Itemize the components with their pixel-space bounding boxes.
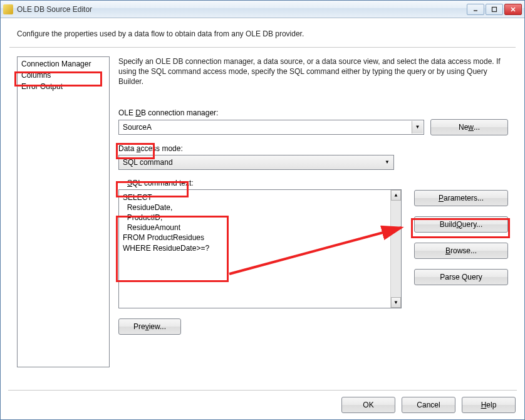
app-icon [3,4,13,14]
nav-item-error-output[interactable]: Error Output [19,81,108,92]
parameters-button[interactable]: Parameters... [414,190,508,206]
ok-button[interactable]: OK [341,397,395,413]
conn-manager-label: OLE DB connection manager: [118,108,508,117]
content-area: Configure the properties used by a data … [1,18,524,419]
cancel-button[interactable]: Cancel [402,397,455,413]
chevron-down-icon[interactable]: ▼ [412,121,423,134]
main-panel: Specify an OLE DB connection manager, a … [116,56,508,384]
new-button[interactable]: New... [430,119,508,135]
browse-button[interactable]: Browse... [414,243,508,259]
help-button[interactable]: Help [462,397,516,413]
scrollbar[interactable]: ▼ ▼ [390,190,401,308]
titlebar: OLE DB Source Editor [1,1,524,18]
maximize-button[interactable] [486,4,503,15]
svg-rect-1 [492,7,497,11]
window-title: OLE DB Source Editor [17,5,467,14]
sql-command-textarea[interactable] [119,190,390,308]
scroll-up-icon[interactable]: ▼ [391,190,401,201]
sql-area: SQL command text: ▼ ▼ Preview... [118,179,508,335]
conn-manager-value: SourceA [123,123,152,132]
footer: OK Cancel Help [1,391,524,419]
build-query-button[interactable]: Build Query... [414,216,508,233]
intro-text: Configure the properties used by a data … [1,18,524,47]
scroll-down-icon[interactable]: ▼ [391,297,401,308]
close-button[interactable] [504,4,522,15]
access-mode-combo[interactable]: SQL command ▼ [118,155,394,170]
nav-item-columns[interactable]: Columns [19,70,108,81]
parse-query-button[interactable]: Parse Query [414,269,508,285]
description-text: Specify an OLE DB connection manager, a … [118,56,508,87]
conn-manager-combo[interactable]: SourceA ▼ [118,120,424,135]
access-mode-label: Data access mode: [118,144,508,153]
divider [9,47,516,48]
sql-text-wrapper: ▼ ▼ [118,189,402,308]
minimize-button[interactable] [467,4,484,15]
preview-button[interactable]: Preview... [118,318,181,335]
window-buttons [467,4,522,15]
nav-list: Connection Manager Columns Error Output [17,56,110,367]
chevron-down-icon[interactable]: ▼ [382,156,393,169]
window: OLE DB Source Editor Configure the prope… [0,0,525,420]
access-mode-value: SQL command [123,158,173,167]
sql-text-label: SQL command text: [127,179,402,187]
nav-item-connection-manager[interactable]: Connection Manager [19,58,108,70]
